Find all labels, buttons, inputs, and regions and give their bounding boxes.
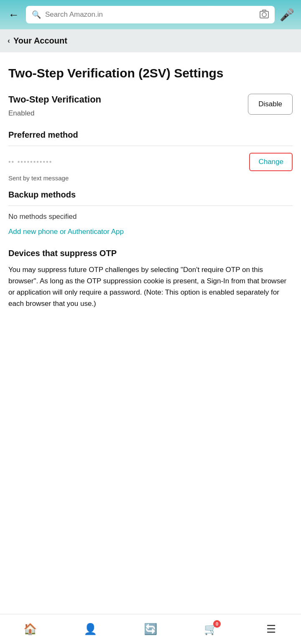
header: ← 🔍 🎤: [0, 0, 301, 29]
search-input[interactable]: [45, 10, 255, 19]
tsv-label-group: Two-Step Verification Enabled: [8, 94, 240, 118]
tsv-section: Two-Step Verification Enabled Disable: [8, 94, 293, 118]
preferred-method-title: Preferred method: [8, 130, 293, 140]
nav-cart[interactable]: 🛒 0: [181, 623, 241, 636]
menu-icon: ☰: [266, 623, 276, 636]
main-content: Two-Step Verification (2SV) Settings Two…: [0, 52, 301, 644]
disable-button[interactable]: Disable: [248, 94, 293, 115]
search-bar[interactable]: 🔍: [26, 6, 275, 23]
backup-methods-section: Backup methods No methods specified Add …: [8, 190, 293, 236]
preferred-divider: [8, 146, 293, 146]
home-icon: 🏠: [23, 623, 37, 636]
nav-account[interactable]: 👤: [60, 623, 120, 636]
cart-badge: 0: [213, 620, 221, 628]
otp-section: Devices that suppress OTP You may suppre…: [8, 249, 293, 310]
breadcrumb-label: Your Account: [13, 36, 67, 46]
sent-by-text: Sent by text message: [8, 174, 293, 182]
backup-divider: [8, 205, 293, 206]
nav-menu[interactable]: ☰: [241, 623, 301, 636]
tsv-status: Enabled: [8, 109, 240, 118]
preferred-row: •• ••••••••••• Change: [8, 153, 293, 171]
bottom-nav: 🏠 👤 🔄 🛒 0 ☰: [0, 614, 301, 644]
search-icon: 🔍: [32, 10, 41, 19]
phone-masked: •• •••••••••••: [8, 158, 239, 166]
add-method-link[interactable]: Add new phone or Authenticator App: [8, 228, 293, 236]
camera-icon[interactable]: [260, 11, 269, 18]
breadcrumb-chevron-icon: ‹: [8, 36, 10, 45]
otp-description: You may suppress future OTP challenges b…: [8, 264, 293, 310]
otp-title: Devices that suppress OTP: [8, 249, 293, 258]
backup-methods-title: Backup methods: [8, 190, 293, 200]
preferred-method-section: Preferred method •• ••••••••••• Change S…: [8, 130, 293, 182]
back-button[interactable]: ←: [7, 8, 21, 21]
cart-wrapper: 🛒 0: [204, 623, 217, 636]
breadcrumb[interactable]: ‹ Your Account: [0, 29, 301, 52]
no-methods-text: No methods specified: [8, 213, 293, 221]
returns-icon: 🔄: [144, 623, 157, 636]
account-icon: 👤: [84, 623, 97, 636]
tsv-label: Two-Step Verification: [8, 94, 240, 106]
change-button[interactable]: Change: [249, 153, 293, 171]
nav-home[interactable]: 🏠: [0, 623, 60, 636]
mic-icon[interactable]: 🎤: [280, 8, 294, 22]
page-title: Two-Step Verification (2SV) Settings: [8, 65, 293, 81]
nav-returns[interactable]: 🔄: [120, 623, 181, 636]
